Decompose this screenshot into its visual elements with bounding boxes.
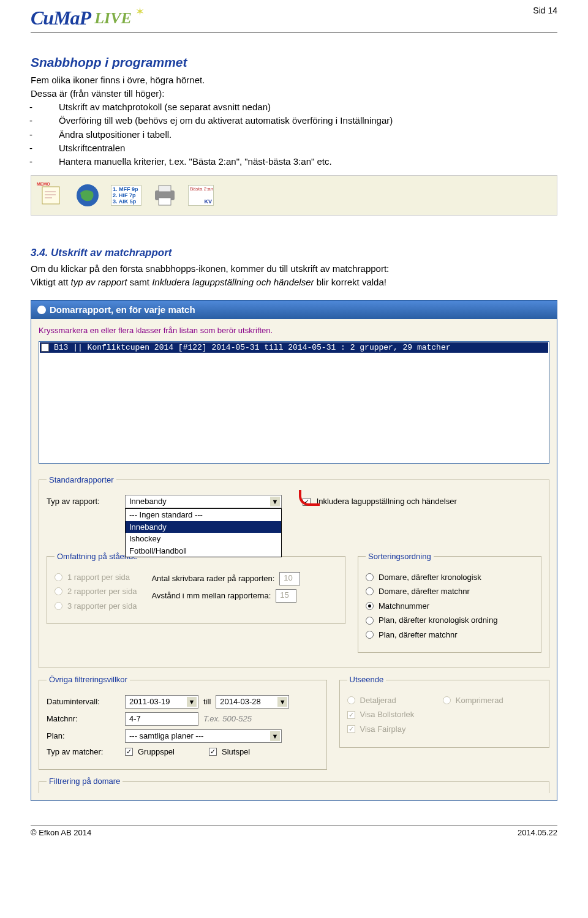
quickjump-toolbar: MEMO 1. MFF 9p 2. HIF 7p 3. AIK 5p (31, 175, 557, 216)
checkbox-bollstorlek (347, 711, 355, 719)
label-gruppspel: Gruppspel (138, 747, 175, 758)
label-slutspel: Slutspel (222, 747, 250, 758)
date-to-value: 2014-03-28 (220, 696, 261, 707)
radio-sort-5[interactable] (366, 631, 374, 639)
chevron-down-icon: ▼ (277, 697, 287, 707)
app-icon (37, 306, 46, 314)
date-from[interactable]: 2011-03-19▼ (125, 695, 198, 709)
criteria-mini: Bästa 2:an KV (188, 185, 214, 206)
svg-rect-0 (42, 187, 59, 204)
section1-intro: Fem olika ikoner finns i övre, högra hör… (31, 74, 557, 86)
class-listbox[interactable]: B13 || Konfliktcupen 2014 [#122] 2014-05… (39, 341, 549, 464)
list-item-text: B13 || Konfliktcupen 2014 [#122] 2014-05… (54, 342, 451, 353)
dropdown-option[interactable]: Ishockey (126, 533, 281, 545)
list-item[interactable]: B13 || Konfliktcupen 2014 [#122] 2014-05… (40, 342, 548, 353)
dropdown-typ-list[interactable]: --- Ingen standard --- Innebandy Ishocke… (125, 508, 282, 557)
txt: Viktigt att (31, 277, 71, 287)
legend-domare: Filtrering på domare (47, 776, 123, 787)
section-title-snabbhopp: Snabbhopp i programmet (31, 54, 557, 71)
toolbar-item-memo[interactable]: MEMO (37, 182, 64, 209)
date-to[interactable]: 2014-03-28▼ (216, 695, 289, 709)
memo-label: MEMO (37, 181, 50, 187)
logo-primary: CuMaP (31, 5, 91, 31)
txt: blir korrekt valda! (317, 277, 386, 287)
fieldset-standardrapporter: Standardrapporter Typ av rapport: Inneba… (39, 475, 549, 669)
list-row: 2. HIF 7p (113, 192, 140, 198)
dropdown-plan-value: --- samtliga planer --- (129, 731, 203, 742)
printer-icon (151, 182, 178, 209)
star-icon: ✶ (135, 4, 145, 19)
toolbar-item-criteria[interactable]: Bästa 2:an KV (188, 185, 214, 206)
page-header: CuMaP LIVE ✶ Sid 14 (31, 5, 557, 33)
radio-sort-4[interactable] (366, 617, 374, 625)
section2-p2: Viktigt att typ av rapport samt Inkluder… (31, 276, 557, 288)
chevron-down-icon: ▼ (270, 497, 280, 506)
label-fairplay: Visa Fairplay (360, 724, 406, 735)
dialog-hint: Kryssmarkera en eller flera klasser från… (39, 325, 549, 336)
fieldset-omfattning: Omfattning på stående 1 rapport per sida… (47, 551, 345, 624)
list-row: 1. MFF 9p (113, 186, 140, 192)
radio-sort-3[interactable] (366, 602, 374, 610)
radio-komprimerad (443, 696, 451, 704)
dropdown-typ[interactable]: Innebandy ▼ (125, 495, 282, 508)
svg-rect-6 (159, 186, 171, 192)
date-from-value: 2011-03-19 (129, 696, 170, 707)
section-title-utskrift: 3.4. Utskrift av matchrapport (31, 246, 557, 260)
globe-icon (74, 182, 101, 209)
label-detaljerad: Detaljerad (360, 695, 396, 706)
label-typmatcher: Typ av matcher: (47, 747, 120, 758)
dialog-titlebar: Domarrapport, en för varje match (31, 301, 557, 319)
radio-detaljerad (347, 696, 355, 704)
section2-p1: Om du klickar på den första snabbhopps-i… (31, 263, 557, 275)
toolbar-item-standings[interactable]: 1. MFF 9p 2. HIF 7p 3. AIK 5p (111, 185, 141, 206)
dropdown-option[interactable]: Fotboll/Handboll (126, 545, 281, 557)
toolbar-item-printer[interactable] (151, 182, 178, 209)
legend-standard: Standardrapporter (47, 475, 116, 486)
page-footer: © Efkon AB 2014 2014.05.22 (31, 826, 557, 838)
input-matchnr[interactable] (125, 712, 198, 726)
dialog-title: Domarrapport, en för varje match (50, 304, 195, 316)
standings-mini-list: 1. MFF 9p 2. HIF 7p 3. AIK 5p (111, 185, 141, 206)
legend-sortering: Sorteringsordning (366, 551, 434, 562)
label-1ps: 1 rapport per sida (67, 572, 130, 583)
svg-rect-7 (159, 198, 171, 205)
em-typ: typ av rapport (71, 277, 127, 287)
radio-sort-1[interactable] (366, 573, 374, 581)
label-plan: Plan: (47, 731, 120, 742)
list-row: 3. AIK 5p (113, 198, 140, 205)
checkbox-gruppspel[interactable] (125, 748, 133, 756)
section1-bullet-list: Utskrift av matchprotokoll (se separat a… (44, 101, 557, 168)
logo: CuMaP LIVE ✶ (31, 5, 145, 31)
radio-sort-2[interactable] (366, 587, 374, 595)
dropdown-value: Innebandy (129, 496, 167, 507)
bullet-item: Utskriftcentralen (44, 142, 557, 154)
dropdown-option[interactable]: Innebandy (126, 521, 281, 533)
label-3ps: 3 rapporter per sida (67, 601, 137, 612)
chevron-down-icon: ▼ (270, 731, 280, 741)
input-avst: 15 (276, 589, 296, 603)
label-datum: Datumintervall: (47, 696, 120, 707)
bullet-item: Utskrift av matchprotokoll (se separat a… (44, 101, 557, 113)
label-sort: Plan, därefter matchnr (379, 630, 458, 641)
label-2ps: 2 rapporter per sida (67, 586, 137, 597)
legend-utseende: Utseende (347, 674, 386, 685)
criteria-bottom: KV (190, 198, 212, 205)
label-typ: Typ av rapport: (47, 496, 120, 507)
label-sort: Domare, därefter kronologisk (379, 572, 481, 583)
bullet-item: Överföring till web (behövs ej om du akt… (44, 115, 557, 127)
checkbox-slutspel[interactable] (209, 748, 217, 756)
hint-matchnr: T.ex. 500-525 (203, 713, 252, 724)
footer-right: 2014.05.22 (518, 827, 557, 838)
checkbox-icon[interactable] (41, 344, 49, 352)
legend-ovriga: Övriga filtreringsvillkor (47, 674, 130, 685)
bullet-item: Ändra slutpositioner i tabell. (44, 129, 557, 141)
radio-2ps (55, 587, 62, 595)
dropdown-option[interactable]: --- Ingen standard --- (126, 509, 281, 521)
input-rader: 10 (279, 572, 300, 585)
memo-icon: MEMO (37, 182, 64, 209)
dropdown-plan[interactable]: --- samtliga planer ---▼ (125, 729, 282, 743)
criteria-top: Bästa 2:an (190, 186, 212, 192)
toolbar-item-globe[interactable] (74, 182, 101, 209)
footer-left: © Efkon AB 2014 (31, 827, 91, 838)
label-sort: Plan, därefter kronologisk ordning (379, 615, 497, 626)
